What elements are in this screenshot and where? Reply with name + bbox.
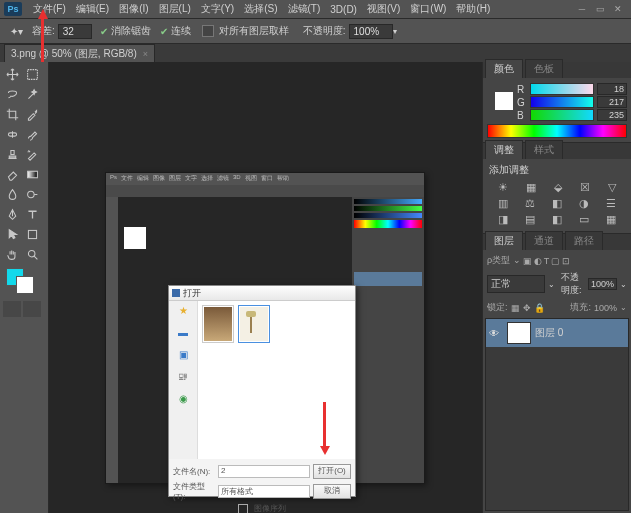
contiguous-checkbox[interactable]: 连续 xyxy=(171,24,191,38)
lock-pixels-icon[interactable]: ▦ xyxy=(511,303,520,313)
menu-3d[interactable]: 3D(D) xyxy=(325,4,362,15)
eyedropper-tool[interactable] xyxy=(23,105,41,123)
path-select-tool[interactable] xyxy=(3,225,21,243)
menu-layer[interactable]: 图层(L) xyxy=(154,2,196,16)
menu-help[interactable]: 帮助(H) xyxy=(451,2,495,16)
menu-image[interactable]: 图像(I) xyxy=(114,2,153,16)
poster-icon[interactable]: ▤ xyxy=(525,213,535,226)
swatches-tab[interactable]: 色板 xyxy=(525,59,563,78)
gradmap-icon[interactable]: ▭ xyxy=(579,213,589,226)
open-button[interactable]: 打开(O) xyxy=(313,464,351,479)
balance-icon[interactable]: ⚖ xyxy=(525,197,535,210)
channels-tab[interactable]: 通道 xyxy=(525,231,563,250)
color-tab[interactable]: 颜色 xyxy=(485,59,523,78)
g-value[interactable]: 217 xyxy=(597,96,627,108)
sequence-checkbox[interactable] xyxy=(238,504,248,514)
screenmode-icon[interactable] xyxy=(23,301,41,317)
computer-icon[interactable]: 🖳 xyxy=(176,371,190,385)
photo-filter-icon[interactable]: ◑ xyxy=(579,197,589,210)
move-tool[interactable] xyxy=(3,65,21,83)
blur-tool[interactable] xyxy=(3,185,21,203)
opacity-field[interactable]: 100% xyxy=(349,24,393,39)
recent-icon[interactable]: ★ xyxy=(176,305,190,319)
g-slider[interactable] xyxy=(530,96,594,108)
curves-icon[interactable]: ⬙ xyxy=(554,181,562,194)
tab-close-icon[interactable]: × xyxy=(143,49,148,59)
lasso-tool[interactable] xyxy=(3,85,21,103)
mixer-icon[interactable]: ☰ xyxy=(606,197,616,210)
desktop-icon[interactable]: ▬ xyxy=(176,327,190,341)
type-tool[interactable] xyxy=(23,205,41,223)
shape-tool[interactable] xyxy=(23,225,41,243)
color-swatches[interactable] xyxy=(2,268,42,298)
filetype-field[interactable]: 所有格式 xyxy=(218,485,310,498)
menu-window[interactable]: 窗口(W) xyxy=(405,2,451,16)
antialias-checkbox[interactable]: 消除锯齿 xyxy=(111,24,151,38)
b-slider[interactable] xyxy=(530,109,594,121)
menu-filter[interactable]: 滤镜(T) xyxy=(283,2,326,16)
background-swatch[interactable] xyxy=(16,276,34,294)
file-thumb-1[interactable] xyxy=(202,305,234,343)
canvas-area[interactable]: GX 网 Ps文件编辑图像图层文字选择滤镜3D视图窗口帮助 打开 xyxy=(49,62,482,513)
exposure-icon[interactable]: ☒ xyxy=(580,181,590,194)
r-slider[interactable] xyxy=(530,83,594,95)
r-value[interactable]: 18 xyxy=(597,83,627,95)
paths-tab[interactable]: 路径 xyxy=(565,231,603,250)
stamp-tool[interactable] xyxy=(3,145,21,163)
invert-icon[interactable]: ◨ xyxy=(498,213,508,226)
layer-list[interactable]: 👁 图层 0 xyxy=(485,318,629,511)
brightness-icon[interactable]: ☀ xyxy=(498,181,508,194)
window-close-icon[interactable]: ✕ xyxy=(611,4,625,14)
styles-tab[interactable]: 样式 xyxy=(525,140,563,159)
all-layers-checkbox[interactable] xyxy=(202,25,214,37)
filename-field[interactable]: 2 xyxy=(218,465,310,478)
layer-row[interactable]: 👁 图层 0 xyxy=(486,319,628,347)
tool-preset-icon[interactable]: ✦▾ xyxy=(10,26,23,37)
layer-name[interactable]: 图层 0 xyxy=(535,326,563,340)
file-thumb-2[interactable] xyxy=(238,305,270,343)
layer-fill[interactable]: 100% xyxy=(594,303,617,313)
layer-opacity[interactable]: 100% xyxy=(588,278,617,290)
dodge-tool[interactable] xyxy=(23,185,41,203)
menu-type[interactable]: 文字(Y) xyxy=(196,2,239,16)
layer-thumb[interactable] xyxy=(507,322,531,344)
hue-icon[interactable]: ▥ xyxy=(498,197,508,210)
hand-tool[interactable] xyxy=(3,245,21,263)
lock-position-icon[interactable]: ✥ xyxy=(523,303,531,313)
magic-wand-tool[interactable] xyxy=(23,85,41,103)
cancel-button[interactable]: 取消 xyxy=(313,484,351,499)
b-value[interactable]: 235 xyxy=(597,109,627,121)
spectrum-bar[interactable] xyxy=(487,124,627,138)
selective-icon[interactable]: ▦ xyxy=(606,213,616,226)
bw-icon[interactable]: ◧ xyxy=(552,197,562,210)
pen-tool[interactable] xyxy=(3,205,21,223)
gradient-tool[interactable] xyxy=(23,165,41,183)
adjust-tab[interactable]: 调整 xyxy=(485,140,523,159)
window-restore-icon[interactable]: ▭ xyxy=(593,4,607,14)
libraries-icon[interactable]: ▣ xyxy=(176,349,190,363)
brush-tool[interactable] xyxy=(23,125,41,143)
tolerance-field[interactable]: 32 xyxy=(58,24,92,39)
menu-select[interactable]: 选择(S) xyxy=(239,2,282,16)
dialog-titlebar[interactable]: 打开 xyxy=(169,286,355,301)
visibility-icon[interactable]: 👁 xyxy=(489,328,503,339)
zoom-tool[interactable] xyxy=(23,245,41,263)
color-bg-swatch[interactable] xyxy=(495,92,513,110)
heal-tool[interactable] xyxy=(3,125,21,143)
threshold-icon[interactable]: ◧ xyxy=(552,213,562,226)
lock-all-icon[interactable]: 🔒 xyxy=(534,303,545,313)
menu-view[interactable]: 视图(V) xyxy=(362,2,405,16)
history-brush-tool[interactable] xyxy=(23,145,41,163)
document-tab[interactable]: 3.png @ 50% (图层, RGB/8) × xyxy=(4,44,155,63)
levels-icon[interactable]: ▦ xyxy=(526,181,536,194)
network-icon[interactable]: ◉ xyxy=(176,393,190,407)
menu-file[interactable]: 文件(F) xyxy=(28,2,71,16)
eraser-tool[interactable] xyxy=(3,165,21,183)
blend-mode[interactable]: 正常 xyxy=(487,275,545,293)
vibrance-icon[interactable]: ▽ xyxy=(608,181,616,194)
crop-tool[interactable] xyxy=(3,105,21,123)
file-browser[interactable] xyxy=(198,301,355,459)
quickmask-icon[interactable] xyxy=(3,301,21,317)
menu-edit[interactable]: 编辑(E) xyxy=(71,2,114,16)
window-minimize-icon[interactable]: ─ xyxy=(575,4,589,14)
